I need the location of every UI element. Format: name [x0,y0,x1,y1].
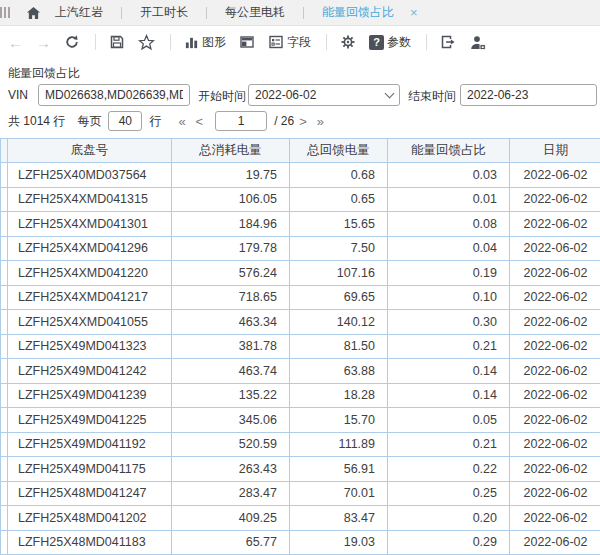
row-gutter [1,236,8,261]
row-gutter [1,187,8,212]
table-row[interactable]: LZFH25X4XMD041296179.787.500.042022-06-0… [1,236,600,261]
per-page-label: 每页 [77,113,101,130]
table-row[interactable]: LZFH25X4XMD041220576.24107.160.192022-06… [1,261,600,286]
fields-button[interactable]: 字段 [268,34,311,50]
table-row[interactable]: LZFH25X40MD03756419.750.680.032022-06-02 [1,163,600,188]
table-row[interactable]: LZFH25X49MD041192520.59111.890.212022-06… [1,432,600,457]
table-cell: 0.01 [388,187,510,212]
dashboard-button[interactable] [239,34,255,50]
start-time-select[interactable]: 2022-06-02 [248,84,400,106]
page-number-input[interactable] [215,111,267,131]
favorite-button[interactable] [138,34,155,51]
table-cell: 18.28 [290,383,388,408]
back-button[interactable]: ← [8,35,23,50]
table-cell: 283.47 [172,481,290,506]
forward-button[interactable]: → [36,35,51,50]
save-button[interactable] [109,34,125,50]
table-row[interactable]: LZFH25X4XMD041301184.9615.650.082022-06-… [1,212,600,237]
table-cell: 0.10 [388,285,510,310]
table-cell: LZFH25X40MD037564 [8,163,172,188]
table-cell: 69.65 [290,285,388,310]
table-cell: LZFH25X4XMD041220 [8,261,172,286]
table-cell: LZFH25X49MD041239 [8,383,172,408]
header-gutter [1,139,8,163]
table-cell: 184.96 [172,212,290,237]
table-cell: 0.22 [388,457,510,482]
table-row[interactable]: LZFH25X4XMD041315106.050.650.012022-06-0… [1,187,600,212]
table-cell: 0.21 [388,432,510,457]
table-cell: 2022-06-02 [510,236,600,261]
end-time-label: 结束时间 [408,88,456,105]
table-row[interactable]: LZFH25X49MD041242463.7463.880.142022-06-… [1,359,600,384]
prev-page-button[interactable]: < [196,114,204,129]
per-page-unit: 行 [149,113,161,130]
params-button[interactable]: ? 参数 [369,35,411,50]
column-header[interactable]: 总消耗电量 [172,139,290,163]
column-header[interactable]: 底盘号 [8,139,172,163]
table-cell: 19.03 [290,530,388,555]
table-cell: 0.65 [290,187,388,212]
export-button[interactable] [440,34,456,50]
table-cell: 0.19 [388,261,510,286]
tab-energy-per-km[interactable]: 每公里电耗 [221,4,289,21]
table-cell: 0.29 [388,530,510,555]
end-time-input[interactable] [460,84,597,106]
table-cell: 0.20 [388,506,510,531]
table-cell: 107.16 [290,261,388,286]
refresh-button[interactable] [64,34,80,50]
table-cell: 718.65 [172,285,290,310]
table-cell: LZFH25X48MD041183 [8,530,172,555]
graph-button[interactable]: 图形 [184,35,226,50]
table-cell: 263.43 [172,457,290,482]
table-row[interactable]: LZFH25X49MD041175263.4356.910.222022-06-… [1,457,600,482]
table-cell: 135.22 [172,383,290,408]
per-page-input[interactable] [108,111,142,131]
table-cell: 520.59 [172,432,290,457]
table-body: LZFH25X40MD03756419.750.680.032022-06-02… [1,163,600,555]
close-tab-icon[interactable]: × [410,6,418,19]
save-icon [109,34,125,50]
start-time-value: 2022-06-02 [255,88,316,102]
table-cell: 2022-06-02 [510,359,600,384]
row-gutter [1,334,8,359]
table-cell: 106.05 [172,187,290,212]
table-cell: LZFH25X49MD041323 [8,334,172,359]
table-cell: 2022-06-02 [510,285,600,310]
user-button[interactable] [469,34,487,51]
table-row[interactable]: LZFH25X48MD041247283.4770.010.252022-06-… [1,481,600,506]
table-row[interactable]: LZFH25X49MD041323381.7881.500.212022-06-… [1,334,600,359]
home-icon[interactable] [26,6,41,20]
table-cell: 140.12 [290,310,388,335]
vin-input[interactable] [38,84,190,106]
table-cell: 2022-06-02 [510,506,600,531]
gear-icon [340,34,356,50]
table-row[interactable]: LZFH25X4XMD041217718.6569.650.102022-06-… [1,285,600,310]
table-cell: 0.08 [388,212,510,237]
table-row[interactable]: LZFH25X48MD04118365.7719.030.292022-06-0… [1,530,600,555]
export-icon [440,34,456,50]
table-row[interactable]: LZFH25X49MD041225345.0615.700.052022-06-… [1,408,600,433]
table-cell: 0.21 [388,334,510,359]
table-cell: 2022-06-02 [510,408,600,433]
tab-home-shanqi[interactable]: 上汽红岩 [51,4,107,21]
grip-icon[interactable] [0,7,10,18]
tab-energy-feedback-ratio[interactable]: 能量回馈占比 [318,4,398,21]
refresh-icon [64,34,80,50]
column-header[interactable]: 能量回馈占比 [388,139,510,163]
table-cell: 2022-06-02 [510,457,600,482]
table-row[interactable]: LZFH25X48MD041202409.2583.470.202022-06-… [1,506,600,531]
table-cell: 2022-06-02 [510,212,600,237]
column-header[interactable]: 总回馈电量 [290,139,388,163]
table-cell: 2022-06-02 [510,310,600,335]
tab-work-duration[interactable]: 开工时长 [136,4,192,21]
bar-chart-icon [184,35,199,50]
table-row[interactable]: LZFH25X49MD041239135.2218.280.142022-06-… [1,383,600,408]
last-page-button[interactable]: » [317,114,324,129]
row-gutter [1,457,8,482]
next-page-button[interactable]: > [299,114,307,129]
settings-button[interactable] [340,34,356,50]
table-row[interactable]: LZFH25X4XMD041055463.34140.120.302022-06… [1,310,600,335]
table-cell: LZFH25X48MD041202 [8,506,172,531]
column-header[interactable]: 日期 [510,139,600,163]
first-page-button[interactable]: « [178,114,185,129]
